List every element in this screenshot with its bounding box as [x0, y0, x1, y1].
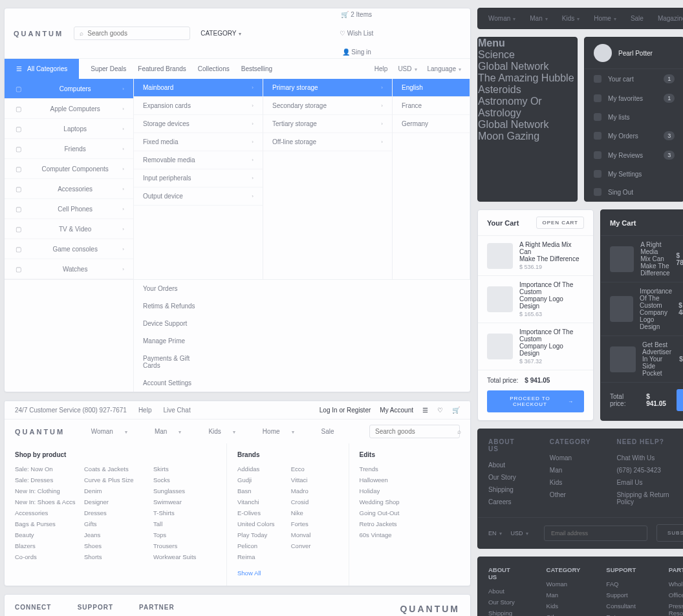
mega-item[interactable]: ▢Apple Computers›: [5, 99, 133, 119]
link-item[interactable]: New In: Shoes & Accs: [15, 496, 78, 507]
search-icon[interactable]: ⌕: [457, 428, 461, 435]
link-item[interactable]: Coats & Jackets: [84, 463, 147, 474]
mega-item[interactable]: Removable media›: [134, 151, 263, 169]
currency-select[interactable]: USD▾: [511, 530, 528, 536]
link-item[interactable]: Tops: [153, 529, 216, 540]
link-item[interactable]: Blazers: [15, 540, 78, 551]
my-account-link[interactable]: My Account: [380, 407, 413, 414]
nav-woman[interactable]: Woman▾: [91, 428, 136, 435]
link-item[interactable]: Curve & Plus Size: [84, 474, 147, 485]
profile-menu-item[interactable]: My Settings: [585, 165, 683, 183]
profile-menu-item[interactable]: My favorites1: [585, 89, 683, 108]
footer-link[interactable]: Man: [550, 464, 591, 476]
mega-item[interactable]: Fixed media›: [134, 133, 263, 151]
link-item[interactable]: Sunglasses: [153, 485, 216, 496]
category-select[interactable]: CATEGORY▾: [201, 30, 241, 37]
help-link[interactable]: Help: [374, 65, 388, 72]
tab-featured-brands[interactable]: Featured Brands: [138, 65, 186, 72]
cart-icon[interactable]: 🛒: [452, 407, 460, 414]
link-item[interactable]: Addidas: [237, 463, 285, 474]
lang-select[interactable]: EN▾: [488, 530, 502, 536]
link-item[interactable]: Gifts: [84, 518, 147, 529]
mega-item[interactable]: Payments & Gift Cards: [134, 350, 211, 374]
nav-magazine[interactable]: Magazine: [658, 15, 683, 22]
link-item[interactable]: Beauty: [15, 529, 78, 540]
tab-collections[interactable]: Collections: [198, 65, 230, 72]
link-item[interactable]: Play Today: [237, 529, 285, 540]
mega-item[interactable]: ▢TV & Video›: [5, 219, 133, 239]
link-item[interactable]: Monval: [291, 529, 338, 540]
link-item[interactable]: Bags & Purses: [15, 518, 78, 529]
link-item[interactable]: Co-ords: [15, 551, 78, 562]
link-item[interactable]: Shorts: [84, 551, 147, 562]
footer-link[interactable]: Consultant: [606, 600, 642, 611]
side-menu-item[interactable]: Science: [478, 49, 577, 61]
profile-menu-item[interactable]: My Orders3: [585, 126, 683, 145]
footer-link[interactable]: Return Policy: [606, 611, 642, 616]
search-input[interactable]: [87, 30, 184, 37]
footer-link[interactable]: About: [488, 459, 524, 471]
link-item[interactable]: Designer: [84, 496, 147, 507]
link-item[interactable]: Vitanchi: [237, 496, 285, 507]
all-categories-button[interactable]: ☰All Categories: [5, 59, 79, 79]
mega-item[interactable]: ▢Accessories›: [5, 179, 133, 199]
open-cart-button[interactable]: OPEN CART: [536, 217, 584, 229]
link-item[interactable]: Halloween: [360, 474, 461, 485]
footer-link[interactable]: Kids: [550, 476, 591, 489]
mega-item[interactable]: ▢Computer Components›: [5, 159, 133, 179]
link-item[interactable]: Madro: [291, 485, 338, 496]
help-link-2[interactable]: Help: [138, 407, 152, 414]
link-item[interactable]: Skirts: [153, 463, 216, 474]
checkout-button[interactable]: PROCEED TO CHECKOUT →: [677, 389, 683, 411]
footer-link[interactable]: Support: [606, 589, 642, 600]
side-menu-item[interactable]: Moon Gazing: [478, 131, 577, 142]
profile-menu-item[interactable]: Sing Out: [585, 183, 683, 201]
link-item[interactable]: 60s Vintage: [360, 529, 461, 540]
mega-item[interactable]: ▢Computers›: [5, 79, 133, 99]
subscribe-button[interactable]: SUBSCRIBE: [656, 524, 683, 542]
link-item[interactable]: Sale: Now On: [15, 463, 78, 474]
nav-sale[interactable]: Sale: [321, 428, 334, 435]
link-item[interactable]: Trends: [360, 463, 461, 474]
footer-link[interactable]: Other: [550, 489, 591, 501]
nav-sale[interactable]: Sale: [631, 15, 644, 22]
link-item[interactable]: Dresses: [84, 507, 147, 518]
mega-item[interactable]: ▢Game consoles›: [5, 239, 133, 259]
side-menu-item[interactable]: Global Network: [478, 119, 577, 131]
link-item[interactable]: Vittaci: [291, 474, 338, 485]
footer-link[interactable]: Careers: [488, 496, 524, 508]
show-all-link[interactable]: Show All: [237, 569, 261, 577]
mega-item[interactable]: Primary storage›: [263, 79, 392, 97]
link-item[interactable]: Nike: [291, 507, 338, 518]
side-menu-item[interactable]: Asteroids: [478, 84, 577, 96]
footer-link[interactable]: Woman: [547, 579, 581, 589]
mega-item[interactable]: Your Orders: [134, 280, 211, 297]
footer-link[interactable]: Wholesale: [669, 579, 683, 589]
mega-item[interactable]: ▢Friends›: [5, 139, 133, 159]
nav-kids[interactable]: Kids▾: [208, 428, 244, 435]
footer-link[interactable]: Shipping: [488, 608, 521, 616]
mega-item[interactable]: Retims & Refunds: [134, 297, 211, 315]
link-item[interactable]: Fortes: [291, 518, 338, 529]
footer-link[interactable]: FAQ: [606, 579, 642, 589]
tab-super-deals[interactable]: Super Deals: [91, 65, 126, 72]
footer-link[interactable]: Press Resource: [669, 600, 683, 616]
link-item[interactable]: Conver: [291, 540, 338, 551]
footer-link[interactable]: Woman: [550, 452, 591, 464]
link-item[interactable]: Wedding Shop: [360, 496, 461, 507]
nav-home[interactable]: Home▾: [594, 15, 616, 22]
mega-item[interactable]: Input peripherals›: [134, 169, 263, 187]
link-item[interactable]: Basn: [237, 485, 285, 496]
link-item[interactable]: New In: Clothing: [15, 485, 78, 496]
link-item[interactable]: Socks: [153, 474, 216, 485]
footer-link[interactable]: About: [488, 586, 521, 597]
link-item[interactable]: Trousers: [153, 540, 216, 551]
link-item[interactable]: Pelicon: [237, 540, 285, 551]
mega-item[interactable]: Expansion cards›: [134, 97, 263, 115]
link-item[interactable]: Jeans: [84, 529, 147, 540]
link-item[interactable]: Workwear Suits: [153, 551, 216, 562]
footer-link[interactable]: Our Story: [488, 597, 521, 608]
mega-item[interactable]: ▢Laptops›: [5, 119, 133, 139]
mega-item[interactable]: Account Settings: [134, 374, 211, 392]
checkout-button[interactable]: PROCEED TO CHECKOUT →: [487, 390, 584, 412]
